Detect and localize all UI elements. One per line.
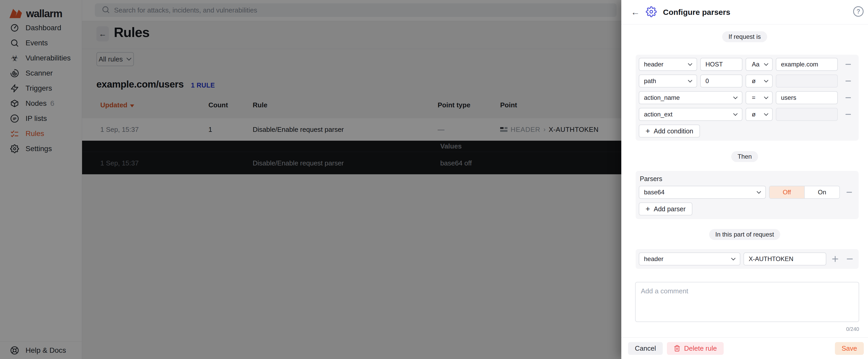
plus-icon: +: [646, 127, 650, 135]
configure-parsers-panel: ← Configure parsers ? If request is head…: [621, 0, 868, 359]
chevron-down-icon: [764, 96, 769, 99]
condition-value-input[interactable]: [776, 58, 838, 71]
chevron-down-icon: [733, 113, 738, 116]
condition-operator-select[interactable]: =: [746, 91, 773, 104]
condition-operator-select[interactable]: ø: [746, 74, 773, 88]
panel-footer: Cancel Delete rule Save: [621, 337, 868, 359]
condition-value-input[interactable]: [776, 74, 838, 88]
chevron-down-icon: [764, 80, 769, 83]
remove-parser-button[interactable]: [843, 186, 856, 199]
save-button[interactable]: Save: [835, 342, 864, 355]
panel-body: If request is header Aa path: [621, 25, 868, 337]
panel-title: Configure parsers: [663, 8, 730, 17]
panel-back-button[interactable]: ←: [630, 6, 641, 18]
remove-condition-button[interactable]: [841, 74, 856, 88]
request-part-card: header: [636, 249, 859, 269]
request-part-row: header: [639, 252, 856, 266]
add-parser-button[interactable]: + Add parser: [639, 203, 692, 215]
parsers-label: Parsers: [640, 175, 856, 183]
condition-field-select[interactable]: action_name: [639, 91, 742, 104]
chevron-down-icon: [731, 258, 736, 261]
condition-row: header Aa: [639, 58, 856, 71]
parser-gear-icon: [646, 6, 657, 18]
condition-field-select[interactable]: header: [639, 58, 697, 71]
minus-icon: [846, 255, 854, 263]
chevron-down-icon: [688, 63, 692, 66]
minus-icon: [845, 111, 851, 118]
remove-point-button[interactable]: [844, 252, 856, 266]
conditions-card: header Aa path: [636, 55, 859, 141]
chevron-down-icon: [756, 191, 761, 194]
condition-operator-select[interactable]: Aa: [746, 58, 773, 71]
remove-condition-button[interactable]: [841, 91, 856, 104]
minus-icon: [846, 189, 852, 196]
minus-icon: [845, 94, 851, 101]
minus-icon: [845, 61, 851, 68]
comment-char-counter: 0/240: [621, 326, 859, 332]
parser-select[interactable]: base64: [639, 186, 766, 199]
condition-key-input[interactable]: [700, 74, 742, 88]
help-icon[interactable]: ?: [853, 6, 864, 17]
cancel-button[interactable]: Cancel: [628, 342, 663, 355]
chevron-down-icon: [733, 96, 738, 99]
remove-condition-button[interactable]: [841, 58, 856, 71]
condition-row: action_ext ø: [639, 108, 856, 121]
condition-field-select[interactable]: action_ext: [639, 108, 742, 121]
chevron-down-icon: [764, 63, 769, 66]
minus-icon: [845, 78, 851, 84]
plus-icon: [832, 255, 839, 263]
chevron-down-icon: [688, 80, 692, 83]
condition-value-input[interactable]: [776, 91, 838, 104]
condition-value-input[interactable]: [776, 108, 838, 121]
remove-condition-button[interactable]: [841, 108, 856, 121]
delete-rule-button[interactable]: Delete rule: [667, 342, 724, 355]
add-condition-button[interactable]: + Add condition: [639, 124, 700, 138]
condition-field-select[interactable]: path: [639, 74, 697, 88]
condition-row: action_name =: [639, 91, 856, 104]
comment-textarea[interactable]: [635, 282, 859, 322]
parser-on-option[interactable]: On: [805, 186, 839, 198]
condition-row: path ø: [639, 74, 856, 88]
request-part-select[interactable]: header: [639, 252, 740, 266]
add-point-button[interactable]: [830, 252, 841, 266]
parser-off-option[interactable]: Off: [770, 186, 805, 198]
parser-state-toggle: Off On: [769, 186, 840, 199]
modal-backdrop[interactable]: [0, 0, 621, 359]
request-part-value-input[interactable]: [743, 252, 826, 266]
panel-header: ← Configure parsers ?: [621, 0, 868, 25]
section-label-in-this-part: In this part of request: [709, 229, 780, 240]
parser-row: base64 Off On: [639, 186, 856, 199]
plus-icon: +: [646, 205, 650, 213]
condition-operator-select[interactable]: ø: [746, 108, 773, 121]
trash-icon: [674, 345, 680, 352]
chevron-down-icon: [764, 113, 769, 116]
parsers-card: Parsers base64 Off On + Add parser: [636, 171, 859, 219]
section-label-if-request-is: If request is: [722, 31, 767, 42]
section-label-then: Then: [731, 151, 758, 162]
condition-key-input[interactable]: [700, 58, 742, 71]
